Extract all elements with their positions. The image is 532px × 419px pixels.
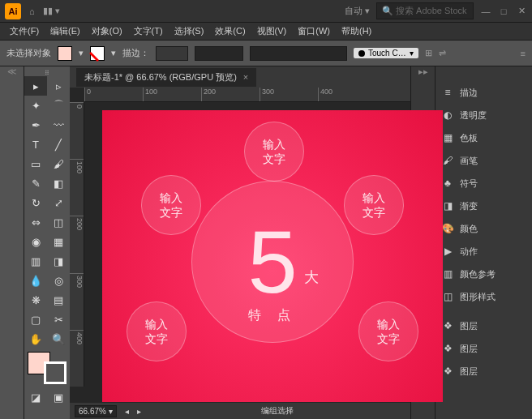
magic-wand-tool[interactable]: ✦ xyxy=(24,96,47,115)
gradient-tool[interactable]: ◨ xyxy=(47,251,70,271)
search-input[interactable]: 🔍 搜索 Adobe Stock xyxy=(376,2,474,19)
minimize-button[interactable]: — xyxy=(480,6,491,17)
menu-object[interactable]: 对象(O) xyxy=(87,24,127,39)
shaper-tool[interactable]: ✎ xyxy=(24,173,47,193)
stroke-width-input[interactable] xyxy=(156,46,188,61)
panel-gradient[interactable]: ◨渐变 xyxy=(435,195,532,217)
direct-selection-tool[interactable]: ▹ xyxy=(47,76,70,96)
zoom-level[interactable]: 66.67% ▾ xyxy=(75,405,117,417)
status-text: 编组选择 xyxy=(261,405,294,417)
canvas-viewport[interactable]: 0100200300400 0100200300400 5 大 特 点 输入文字… xyxy=(70,88,410,403)
touch-type-tool[interactable]: Touch C…▾ xyxy=(354,48,418,58)
align-icon[interactable]: ⊞ xyxy=(425,48,432,58)
menu-bar: 文件(F) 编辑(E) 对象(O) 文字(T) 选择(S) 效果(C) 视图(V… xyxy=(0,23,532,41)
panel-layers-3[interactable]: ❖图层 xyxy=(435,360,532,383)
home-icon[interactable]: ⌂ xyxy=(29,6,35,16)
stroke-icon: ≡ xyxy=(442,87,453,98)
color-mode[interactable]: ◪ xyxy=(24,387,47,407)
fill-dropdown-icon[interactable]: ▾ xyxy=(79,48,84,58)
style-dropdown[interactable] xyxy=(250,46,347,61)
layers-icon: ❖ xyxy=(442,366,453,377)
transparency-icon: ◐ xyxy=(442,109,453,121)
panel-transparency[interactable]: ◐透明度 xyxy=(435,104,532,126)
auto-dropdown[interactable]: 自动 ▾ xyxy=(345,5,370,17)
main-circle[interactable]: 5 大 特 点 xyxy=(191,181,354,343)
close-button[interactable]: ✕ xyxy=(516,6,527,17)
screen-mode[interactable]: ▣ xyxy=(47,387,70,407)
panels-dock: ≡描边 ◐透明度 ▦色板 🖌画笔 ♣符号 ◨渐变 🎨颜色 ▶动作 ▥颜色参考 ◫… xyxy=(435,66,532,419)
stroke-dropdown-icon[interactable]: ▾ xyxy=(111,48,116,58)
artboard-tool[interactable]: ▢ xyxy=(24,310,47,329)
ruler-vertical: 0100200300400 xyxy=(70,102,84,387)
status-bar: 66.67% ▾ ◂ ▸ 编组选择 xyxy=(70,403,410,419)
gradient-icon: ◨ xyxy=(442,200,453,212)
nav-prev-icon[interactable]: ◂ xyxy=(125,407,129,416)
fill-swatch[interactable] xyxy=(58,46,72,61)
width-tool[interactable]: ⇔ xyxy=(24,212,47,232)
stroke-swatch[interactable] xyxy=(90,46,105,61)
curvature-tool[interactable]: 〰 xyxy=(47,115,70,135)
free-transform-tool[interactable]: ◫ xyxy=(47,212,70,232)
symbol-sprayer-tool[interactable]: ❋ xyxy=(24,290,47,310)
layers-icon: ❖ xyxy=(442,320,453,331)
menu-help[interactable]: 帮助(H) xyxy=(337,24,376,39)
scale-tool[interactable]: ⤢ xyxy=(47,193,70,212)
selection-tool[interactable]: ▸ xyxy=(24,76,47,96)
panel-actions[interactable]: ▶动作 xyxy=(435,240,532,263)
panel-layers-2[interactable]: ❖图层 xyxy=(435,337,532,360)
graphic-styles-icon: ◫ xyxy=(442,291,453,302)
pen-tool[interactable]: ✒ xyxy=(24,115,47,135)
eyedropper-tool[interactable]: 💧 xyxy=(24,271,47,290)
graph-tool[interactable]: ▤ xyxy=(47,290,70,310)
document-tab[interactable]: 未标题-1* @ 66.67% (RGB/GPU 预览) × xyxy=(76,68,256,87)
bubble-top[interactable]: 输入文字 xyxy=(244,122,304,182)
menu-file[interactable]: 文件(F) xyxy=(5,24,44,39)
menu-select[interactable]: 选择(S) xyxy=(169,24,209,39)
panel-graphic-styles[interactable]: ◫图形样式 xyxy=(435,285,532,308)
artboard[interactable]: 5 大 特 点 输入文字 输入文字 输入文字 输入文字 输入文字 xyxy=(102,110,443,402)
toolbar-grip[interactable]: ⠿ xyxy=(24,70,70,76)
eraser-tool[interactable]: ◧ xyxy=(47,173,70,193)
menu-window[interactable]: 窗口(W) xyxy=(293,24,335,39)
panel-color-guide[interactable]: ▥颜色参考 xyxy=(435,263,532,285)
blend-tool[interactable]: ◎ xyxy=(47,271,70,290)
perspective-tool[interactable]: ▦ xyxy=(47,232,70,251)
bubble-left-lower[interactable]: 输入文字 xyxy=(127,301,187,361)
panel-symbols[interactable]: ♣符号 xyxy=(435,172,532,195)
tab-close-icon[interactable]: × xyxy=(243,72,248,82)
menu-effect[interactable]: 效果(C) xyxy=(210,24,250,39)
brush-dropdown[interactable] xyxy=(195,46,243,61)
panel-brushes[interactable]: 🖌画笔 xyxy=(435,149,532,172)
slice-tool[interactable]: ✂ xyxy=(47,310,70,329)
swatches-icon: ▦ xyxy=(442,132,453,143)
type-tool[interactable]: T xyxy=(24,135,47,154)
symbols-icon: ♣ xyxy=(442,177,453,189)
shape-builder-tool[interactable]: ◉ xyxy=(24,232,47,251)
maximize-button[interactable]: □ xyxy=(498,6,509,17)
rotate-tool[interactable]: ↻ xyxy=(24,193,47,212)
nav-next-icon[interactable]: ▸ xyxy=(137,407,141,416)
fill-stroke-selector[interactable] xyxy=(28,352,66,384)
arrange-icon[interactable]: ▮▮ ▾ xyxy=(43,6,60,16)
rectangle-tool[interactable]: ▭ xyxy=(24,154,47,173)
panel-swatches[interactable]: ▦色板 xyxy=(435,126,532,149)
big-sub-text: 大 xyxy=(304,267,319,287)
bubble-right-lower[interactable]: 输入文字 xyxy=(358,301,418,361)
menu-type[interactable]: 文字(T) xyxy=(129,24,168,39)
document-tab-title: 未标题-1* @ 66.67% (RGB/GPU 预览) xyxy=(84,71,237,83)
lasso-tool[interactable]: ⌒ xyxy=(47,96,70,115)
bubble-left-upper[interactable]: 输入文字 xyxy=(141,175,201,235)
hand-tool[interactable]: ✋ xyxy=(24,329,47,348)
panel-color[interactable]: 🎨颜色 xyxy=(435,217,532,240)
panel-layers-1[interactable]: ❖图层 xyxy=(435,314,532,337)
more-options-icon[interactable]: ≡ xyxy=(521,49,526,58)
line-tool[interactable]: ╱ xyxy=(47,135,70,154)
mesh-tool[interactable]: ▥ xyxy=(24,251,47,271)
bubble-right-upper[interactable]: 输入文字 xyxy=(344,175,404,235)
menu-edit[interactable]: 编辑(E) xyxy=(45,24,85,39)
panel-stroke[interactable]: ≡描边 xyxy=(435,81,532,104)
transform-icon[interactable]: ⇌ xyxy=(439,48,446,58)
paintbrush-tool[interactable]: 🖌 xyxy=(47,154,70,173)
zoom-tool[interactable]: 🔍 xyxy=(47,329,70,348)
menu-view[interactable]: 视图(V) xyxy=(252,24,292,39)
